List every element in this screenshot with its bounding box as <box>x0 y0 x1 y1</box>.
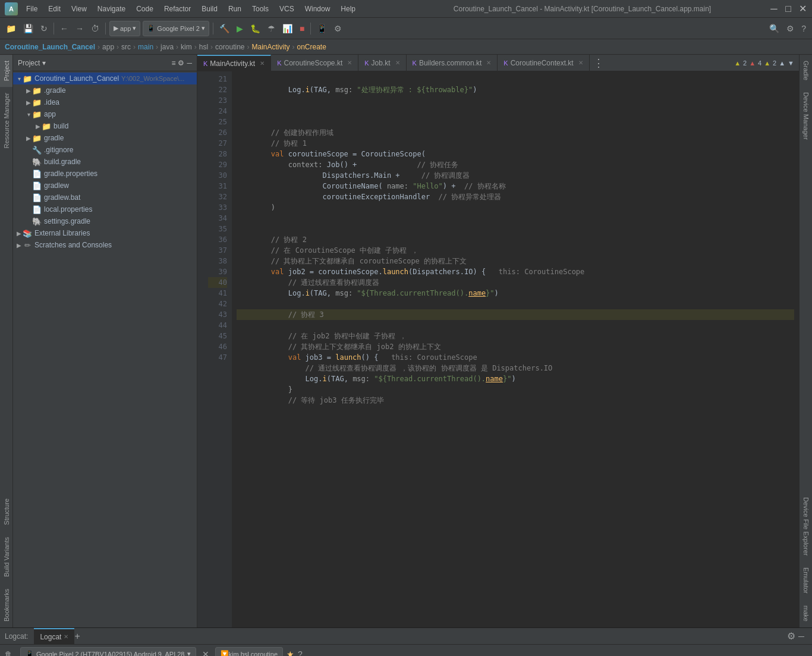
tab-coroutinescope[interactable]: K CoroutineScope.kt ✕ <box>271 55 358 71</box>
tab-close-icon[interactable]: ✕ <box>395 59 400 66</box>
code-editor[interactable]: 2122232425 2627282930 3132333435 3637383… <box>197 71 799 627</box>
menu-window[interactable]: Window <box>300 4 335 14</box>
minimize-button[interactable]: ─ <box>769 4 779 14</box>
tree-item-gitignore[interactable]: 🔧 .gitignore <box>13 144 197 156</box>
tree-item-label: gradle <box>44 134 64 142</box>
code-content[interactable]: Log.i(TAG, msg: "处理协程异常 : ${throwable}")… <box>232 71 799 627</box>
tree-item-settings-gradle[interactable]: 🐘 settings.gradle <box>13 215 197 227</box>
breadcrumb-app[interactable]: app <box>102 43 114 51</box>
sidebar-gradle-tab[interactable]: Gradle <box>800 55 812 86</box>
run-icon[interactable]: ▶ <box>234 23 246 34</box>
breadcrumb-mainactivity[interactable]: MainActivity <box>251 43 289 51</box>
collapse-all-icon[interactable]: ≡ <box>171 59 175 67</box>
back-icon[interactable]: ← <box>58 23 71 34</box>
menu-edit[interactable]: Edit <box>43 4 65 14</box>
tree-item-idea[interactable]: ▶ 📁 .idea <box>13 96 197 108</box>
tree-item-app[interactable]: ▾ 📁 app <box>13 108 197 120</box>
filter-clear-icon[interactable]: ✕ <box>200 648 212 657</box>
logcat-add-tab[interactable]: + <box>74 631 80 642</box>
tree-item-external-libs[interactable]: ▶ 📚 External Libraries <box>13 227 197 239</box>
device-selector-dropdown[interactable]: 📱 Google Pixel 2 (HT7BV1A02915) Android … <box>20 647 196 657</box>
logcat-minimize-icon[interactable]: ─ <box>795 632 807 641</box>
menu-tools[interactable]: Tools <box>247 4 273 14</box>
settings-gear-icon[interactable]: ⚙ <box>178 59 184 67</box>
tab-builders[interactable]: K Builders.common.kt ✕ <box>407 55 498 71</box>
save-icon[interactable]: 💾 <box>21 23 36 34</box>
sidebar-bookmarks-tab[interactable]: Bookmarks <box>0 583 12 627</box>
menu-file[interactable]: File <box>21 4 42 14</box>
close-button[interactable]: ✕ <box>798 4 807 14</box>
filter-dropdown[interactable]: 🔽 kim.hsl.coroutine <box>215 647 284 657</box>
breadcrumb-coroutine[interactable]: coroutine <box>215 43 244 51</box>
breadcrumb-hsl[interactable]: hsl <box>199 43 208 51</box>
menu-view[interactable]: View <box>67 4 92 14</box>
breadcrumb-java[interactable]: java <box>160 43 174 51</box>
menu-build[interactable]: Build <box>197 4 222 14</box>
help-icon[interactable]: ? <box>799 23 808 34</box>
build-icon[interactable]: 🔨 <box>217 23 232 34</box>
tree-item-root[interactable]: ▾ 📁 Coroutine_Launch_Cancel Y:\002_WorkS… <box>13 73 197 84</box>
tree-item-local-properties[interactable]: 📄 local.properties <box>13 203 197 215</box>
maximize-button[interactable]: □ <box>783 4 793 14</box>
toolbar-separator-1 <box>53 23 54 34</box>
more-tabs-icon[interactable]: ⋮ <box>590 57 608 70</box>
menu-vcs[interactable]: VCS <box>275 4 299 14</box>
tree-item-build-gradle[interactable]: 🐘 build.gradle <box>13 156 197 168</box>
tree-item-gradle-dir[interactable]: ▶ 📁 gradle <box>13 132 197 144</box>
menu-navigate[interactable]: Navigate <box>93 4 130 14</box>
forward-icon[interactable]: → <box>73 23 86 34</box>
sidebar-resource-manager-tab[interactable]: Resource Manager <box>0 87 12 155</box>
help-logcat-icon[interactable]: ? <box>298 649 303 657</box>
recent-files-icon[interactable]: ⏱ <box>89 23 102 34</box>
settings-icon[interactable]: ⚙ <box>784 23 797 34</box>
sidebar-emulator-tab[interactable]: Emulator <box>800 561 812 599</box>
debug-icon[interactable]: 🐛 <box>248 23 263 34</box>
sidebar-project-tab[interactable]: Project <box>0 55 12 87</box>
close-panel-icon[interactable]: ─ <box>187 59 192 67</box>
tree-item-gradle-properties[interactable]: 📄 gradle.properties <box>13 168 197 180</box>
tree-item-gradle[interactable]: ▶ 📁 .gradle <box>13 84 197 96</box>
device-dropdown[interactable]: 📱 Google Pixel 2 ▾ <box>143 21 209 36</box>
folder-icon[interactable]: 📁 <box>4 23 18 34</box>
logcat-settings-icon[interactable]: ⚙ <box>787 630 795 642</box>
logcat-tab-main[interactable]: Logcat ✕ <box>34 628 74 645</box>
sidebar-structure-tab[interactable]: Structure <box>0 492 12 531</box>
sync-icon[interactable]: ↻ <box>38 23 50 34</box>
run-config-dropdown[interactable]: ▶ app ▾ <box>109 21 140 36</box>
sidebar-device-manager-tab[interactable]: Device Manager <box>800 86 812 146</box>
avd-icon[interactable]: 📱 <box>314 23 329 34</box>
menu-code[interactable]: Code <box>131 4 158 14</box>
stop-icon[interactable]: ■ <box>297 23 307 34</box>
sidebar-make-tab[interactable]: make <box>800 599 812 627</box>
breadcrumb-main[interactable]: main <box>138 43 153 51</box>
logcat-tab-close[interactable]: ✕ <box>64 633 68 640</box>
sidebar-build-variants-tab[interactable]: Build Variants <box>0 531 12 583</box>
tab-expand-icon[interactable]: ▲ <box>779 59 785 67</box>
tab-close-icon[interactable]: ✕ <box>486 59 491 66</box>
tab-mainactivity[interactable]: K MainActivity.kt ✕ <box>197 55 271 71</box>
coverage-icon[interactable]: ☂ <box>265 23 278 34</box>
sdk-icon[interactable]: ⚙ <box>332 23 344 34</box>
tree-item-build[interactable]: ▶ 📁 build <box>13 120 197 132</box>
menu-help[interactable]: Help <box>336 4 360 14</box>
breadcrumb-src[interactable]: src <box>121 43 131 51</box>
breadcrumb-project[interactable]: Coroutine_Launch_Cancel <box>5 43 95 51</box>
tab-close-icon[interactable]: ✕ <box>347 59 352 66</box>
tree-item-gradlew-bat[interactable]: 📄 gradlew.bat <box>13 192 197 203</box>
tab-collapse-icon[interactable]: ▼ <box>788 59 794 67</box>
favorite-icon[interactable]: ★ <box>287 649 294 657</box>
tree-item-scratches[interactable]: ▶ ✏ Scratches and Consoles <box>13 239 197 251</box>
menu-run[interactable]: Run <box>224 4 246 14</box>
tab-job[interactable]: K Job.kt ✕ <box>358 55 406 71</box>
breadcrumb-kim[interactable]: kim <box>181 43 192 51</box>
profile-icon[interactable]: 📊 <box>280 23 295 34</box>
tab-close-icon[interactable]: ✕ <box>260 60 265 67</box>
tab-coroutinecontext[interactable]: K CoroutineContext.kt ✕ <box>498 55 589 71</box>
menu-refactor[interactable]: Refactor <box>159 4 196 14</box>
clear-logcat-icon[interactable]: 🗑 <box>5 650 17 657</box>
sidebar-device-file-explorer-tab[interactable]: Device File Explorer <box>800 491 812 561</box>
breadcrumb-oncreate[interactable]: onCreate <box>297 43 326 51</box>
search-everywhere-icon[interactable]: 🔍 <box>767 23 782 34</box>
tree-item-gradlew[interactable]: 📄 gradlew <box>13 180 197 192</box>
tab-close-icon[interactable]: ✕ <box>578 59 583 66</box>
